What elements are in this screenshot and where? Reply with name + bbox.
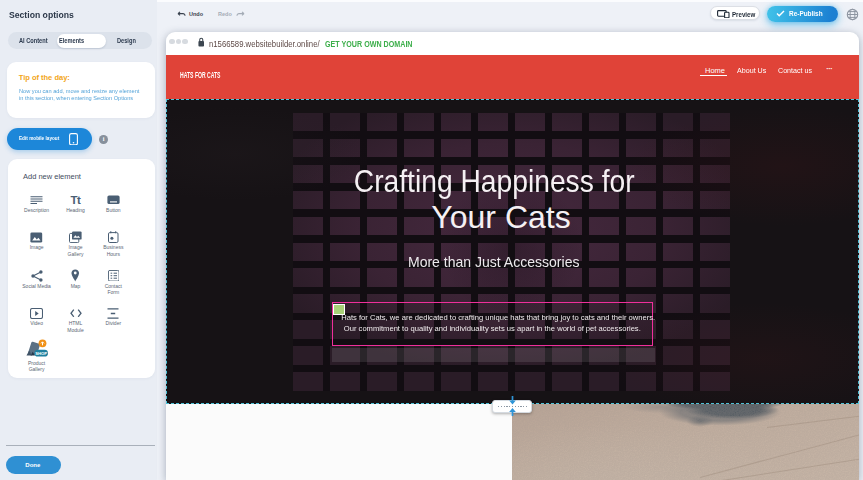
svg-text:SHOP: SHOP — [35, 351, 47, 356]
